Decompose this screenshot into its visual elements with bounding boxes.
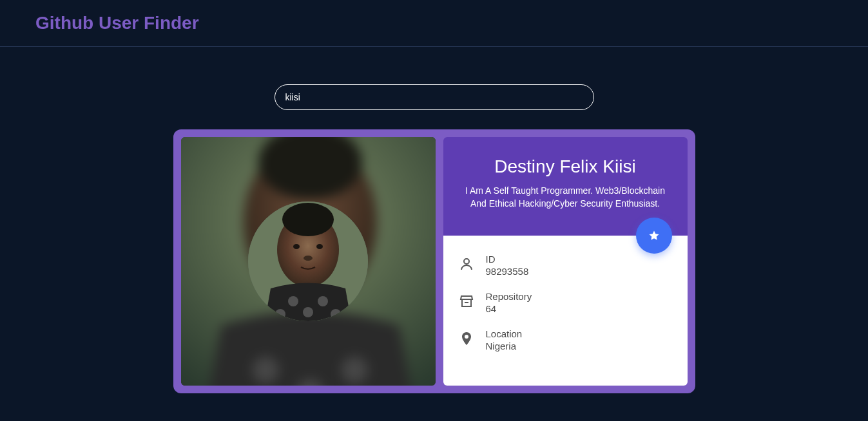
user-name: Destiny Felix Kiisi	[456, 156, 675, 177]
location-value: Nigeria	[486, 341, 523, 351]
card-wrapper: Destiny Felix Kiisi I Am A Self Taught P…	[0, 129, 868, 393]
user-card: Destiny Felix Kiisi I Am A Self Taught P…	[173, 129, 695, 393]
store-icon	[459, 294, 474, 309]
id-label: ID	[486, 254, 529, 265]
app-title: Github User Finder	[35, 13, 833, 33]
svg-point-13	[318, 296, 328, 306]
svg-point-8	[282, 203, 334, 236]
svg-point-17	[464, 259, 469, 264]
repository-value: 64	[486, 303, 532, 314]
star-icon	[648, 230, 660, 241]
repository-text: Repository 64	[486, 291, 532, 314]
star-button[interactable]	[636, 218, 672, 254]
avatar-circle	[248, 201, 368, 321]
search-container	[0, 84, 868, 110]
info-body: ID 98293558 Repository 64	[443, 236, 688, 386]
info-panel: Destiny Felix Kiisi I Am A Self Taught P…	[443, 137, 688, 386]
location-icon	[459, 331, 474, 346]
repository-row: Repository 64	[459, 291, 672, 314]
search-input[interactable]	[275, 84, 594, 110]
svg-point-12	[288, 296, 298, 306]
avatar-image	[248, 201, 368, 321]
avatar-panel	[181, 137, 436, 386]
user-bio: I Am A Self Taught Programmer. Web3/Bloc…	[456, 185, 675, 210]
svg-point-11	[304, 256, 313, 261]
person-icon	[459, 256, 474, 272]
id-value: 98293558	[486, 266, 529, 277]
app-header: Github User Finder	[0, 0, 868, 47]
location-label: Location	[486, 328, 523, 339]
location-row: Location Nigeria	[459, 328, 672, 351]
id-text: ID 98293558	[486, 254, 529, 277]
id-row: ID 98293558	[459, 254, 672, 277]
svg-point-9	[293, 244, 300, 249]
svg-point-10	[316, 244, 323, 249]
repository-label: Repository	[486, 291, 532, 302]
location-text: Location Nigeria	[486, 328, 523, 351]
svg-point-14	[303, 307, 313, 317]
